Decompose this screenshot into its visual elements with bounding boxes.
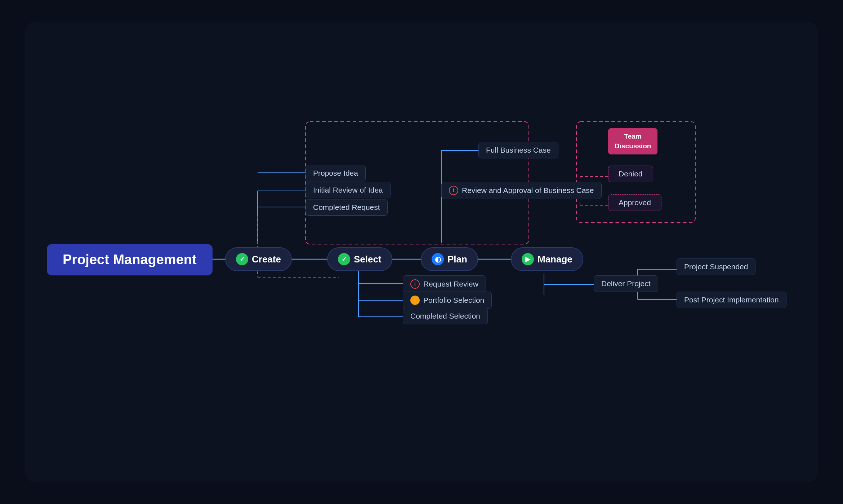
approved-item[interactable]: Approved [608,194,661,211]
portfolio-icon: ! [410,296,420,305]
select-phase-node[interactable]: ✓ Select [327,247,392,271]
select-icon: ✓ [338,253,350,265]
main-container: Project Management ✓ Create ✓ Select ◐ P… [25,22,818,482]
review-approval-item[interactable]: i Review and Approval of Business Case [441,182,602,199]
manage-phase-node[interactable]: ▶ Manage [511,247,583,271]
plan-icon: ◐ [432,253,444,265]
project-management-node[interactable]: Project Management [47,244,213,275]
denied-item[interactable]: Denied [608,166,653,182]
review-icon: i [449,186,458,195]
request-review-item[interactable]: i Request Review [403,275,486,293]
deliver-project-item[interactable]: Deliver Project [594,275,658,292]
create-icon: ✓ [236,253,248,265]
manage-icon: ▶ [522,253,534,265]
portfolio-selection-item[interactable]: ! Portfolio Selection [403,292,492,309]
team-discussion-badge[interactable]: Team Discussion [608,128,657,154]
full-business-case-item[interactable]: Full Business Case [478,142,558,158]
create-label: Create [252,254,281,265]
completed-selection-item[interactable]: Completed Selection [403,308,488,324]
create-phase-node[interactable]: ✓ Create [225,247,292,271]
request-review-icon: i [410,279,420,289]
plan-label: Plan [447,254,467,265]
plan-phase-node[interactable]: ◐ Plan [421,247,478,271]
post-project-item[interactable]: Post Project Implementation [677,292,786,308]
initial-review-item[interactable]: Initial Review of Idea [305,182,391,198]
completed-request-item[interactable]: Completed Request [305,199,388,216]
select-label: Select [354,254,382,265]
manage-label: Manage [538,254,572,265]
project-suspended-item[interactable]: Project Suspended [677,258,755,275]
propose-idea-item[interactable]: Propose Idea [305,165,366,181]
